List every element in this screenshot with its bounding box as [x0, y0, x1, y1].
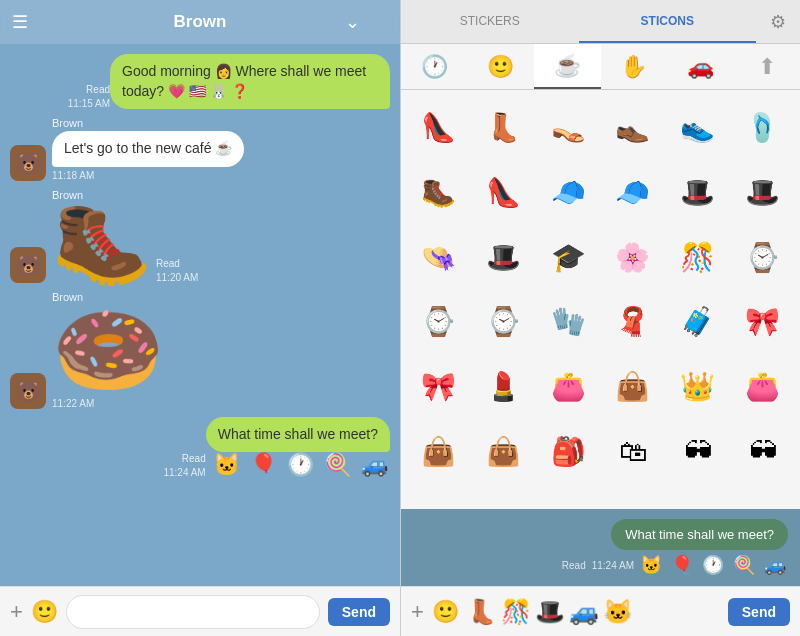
tab-face[interactable]: 🙂	[468, 44, 535, 89]
smiley-icon: 🙂	[487, 54, 514, 80]
message-bubble: Let's go to the new café ☕	[52, 131, 244, 167]
sticker-item[interactable]: 💄	[474, 357, 533, 416]
sticker-item[interactable]: 👠	[409, 98, 468, 157]
read-status: Read	[86, 84, 110, 95]
sticker-item[interactable]: 🥾	[409, 163, 468, 222]
sticker-item[interactable]: 🧤	[539, 293, 598, 352]
upload-icon: ⬆	[758, 54, 776, 80]
menu-icon[interactable]: ☰	[12, 11, 28, 33]
emoji-icon[interactable]: 🙂	[31, 599, 58, 625]
sticker-item[interactable]: ⌚	[474, 293, 533, 352]
tab-transport[interactable]: 🚗	[667, 44, 734, 89]
sticker-item[interactable]: 🧣	[603, 293, 662, 352]
tab-upload[interactable]: ⬆	[734, 44, 801, 89]
sticker-item[interactable]: 🛍	[603, 422, 662, 481]
settings-icon[interactable]: ⚙	[756, 0, 800, 43]
sticker-item[interactable]: 🎒	[539, 422, 598, 481]
sticker-item[interactable]: 🩴	[733, 98, 792, 157]
avatar: 🐻	[10, 373, 46, 409]
tab-recent[interactable]: 🕐	[401, 44, 468, 89]
sticker-item[interactable]: 👠	[474, 163, 533, 222]
chat-header: ☰ Brown ⌄	[0, 0, 400, 44]
sticker-item[interactable]: 👛	[733, 357, 792, 416]
sticker-item[interactable]: 👟	[668, 98, 727, 157]
message-text: What time shall we meet?	[218, 426, 378, 442]
sticker-item[interactable]: 👜	[409, 422, 468, 481]
preview-emoji-row: 🐱 🎈 🕐 🍭 🚙	[640, 554, 788, 576]
right-bottom-bar: + 🙂 👢 🎊 🎩 🚙 🐱 Send	[401, 586, 800, 636]
tab-sticons[interactable]: STICONS	[579, 0, 757, 43]
clock-icon: 🕐	[421, 54, 448, 80]
preview-sticker-item[interactable]: 🎩	[535, 598, 565, 626]
tab-hands[interactable]: ✋	[601, 44, 668, 89]
plus-icon[interactable]: +	[10, 599, 23, 625]
preview-sticker-item[interactable]: 🚙	[569, 598, 599, 626]
preview-sticker-item[interactable]: 🎊	[501, 598, 531, 626]
message-meta: Read 11:24 AM	[163, 453, 205, 478]
sticker-image: 🍩	[52, 305, 164, 395]
bottom-bar: + 🙂 Send	[0, 586, 400, 636]
sticker-item[interactable]: ⌚	[733, 228, 792, 287]
preview-bubble-text: What time shall we meet?	[625, 527, 774, 542]
sticker-item[interactable]: 🌸	[603, 228, 662, 287]
preview-sticker-item[interactable]: 👢	[467, 598, 497, 626]
send-button[interactable]: Send	[328, 598, 390, 626]
emoji-row: 🐱 🎈 🕐 🍭 🚙	[206, 452, 390, 478]
sticker-item[interactable]: 🎊	[668, 228, 727, 287]
message-text: Good morning 👩 Where shall we meet today…	[122, 63, 366, 99]
sticker-item[interactable]: 👢	[474, 98, 533, 157]
sticker-item[interactable]: 🎩	[668, 163, 727, 222]
sticker-item[interactable]: 🎀	[733, 293, 792, 352]
message-bubble: Good morning 👩 Where shall we meet today…	[110, 54, 390, 109]
sticker-item[interactable]: 🎓	[539, 228, 598, 287]
sticker-item[interactable]: 🧳	[668, 293, 727, 352]
message-time: 11:18 AM	[52, 170, 244, 181]
sticker-item[interactable]: 🧢	[603, 163, 662, 222]
message-row: Read 11:15 AM Good morning 👩 Where shall…	[10, 54, 390, 109]
sticker-grid-inner: 👠 👢 👡 👞 👟 🩴 🥾 👠 🧢 🧢 🎩 🎩 👒 🎩 🎓 🌸 🎊	[409, 98, 792, 481]
sticker-item[interactable]: 🕶	[733, 422, 792, 481]
sticker-item[interactable]: 👡	[539, 98, 598, 157]
car-icon: 🚗	[687, 54, 714, 80]
bubble-wrap: Brown 🥾 Read 11:20 AM	[52, 189, 198, 283]
sticker-image: 🥾	[52, 203, 152, 283]
preview-sticker-item[interactable]: 🐱	[603, 598, 633, 626]
sticker-item[interactable]: 👑	[668, 357, 727, 416]
preview-area: What time shall we meet? Read 11:24 AM 🐱…	[401, 509, 800, 586]
tab-stickers[interactable]: STICKERS	[401, 0, 579, 43]
cup-icon: ☕	[554, 53, 581, 79]
preview-time: 11:24 AM	[592, 560, 634, 571]
chat-area: Read 11:15 AM Good morning 👩 Where shall…	[0, 44, 400, 586]
hand-icon: ✋	[620, 54, 647, 80]
preview-bottom: Read 11:24 AM 🐱 🎈 🕐 🍭 🚙	[413, 554, 788, 576]
tab-sticons-label: STICONS	[641, 14, 694, 28]
chat-title: Brown	[174, 12, 227, 32]
preview-bubble: What time shall we meet?	[611, 519, 788, 550]
sticker-item[interactable]: 👛	[539, 357, 598, 416]
tab-objects[interactable]: ☕	[534, 44, 601, 89]
sticker-item[interactable]: 👞	[603, 98, 662, 157]
preview-message-row: What time shall we meet?	[413, 519, 788, 550]
sticker-item[interactable]: ⌚	[409, 293, 468, 352]
message-meta: Read 11:15 AM	[68, 84, 110, 109]
chevron-down-icon[interactable]: ⌄	[345, 11, 360, 33]
sticker-item[interactable]: 🧢	[539, 163, 598, 222]
sticker-item[interactable]: 👜	[474, 422, 533, 481]
sticker-item[interactable]: 👒	[409, 228, 468, 287]
message-time: 11:20 AM	[156, 272, 198, 283]
bubble-wrap: What time shall we meet? 🐱 🎈 🕐 🍭 🚙	[206, 417, 390, 479]
sticker-item[interactable]: 🕶	[668, 422, 727, 481]
bubble-wrap: Brown 🍩 11:22 AM	[52, 291, 164, 409]
message-time: 11:24 AM	[163, 467, 205, 478]
plus-icon[interactable]: +	[411, 599, 424, 625]
sticker-item[interactable]: 🎩	[474, 228, 533, 287]
bubble-wrap: Brown Let's go to the new café ☕ 11:18 A…	[52, 117, 244, 181]
avatar: 🐻	[10, 247, 46, 283]
emoji-icon[interactable]: 🙂	[432, 599, 459, 625]
message-row: 🐻 Brown 🥾 Read 11:20 AM	[10, 189, 390, 283]
sticker-item[interactable]: 👜	[603, 357, 662, 416]
sticker-item[interactable]: 🎩	[733, 163, 792, 222]
message-input[interactable]	[66, 595, 320, 629]
sticker-item[interactable]: 🎀	[409, 357, 468, 416]
send-button[interactable]: Send	[728, 598, 790, 626]
